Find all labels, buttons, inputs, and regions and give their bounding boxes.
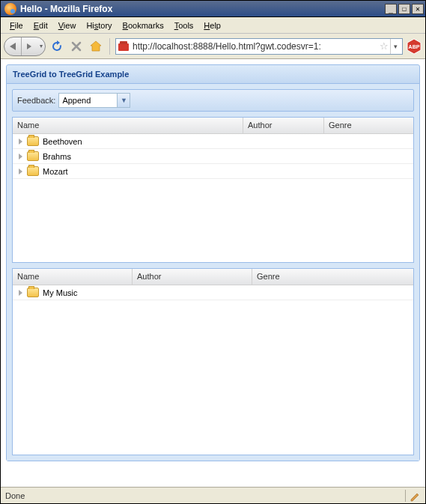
tree-row[interactable]: My Music bbox=[13, 285, 413, 300]
firefox-icon bbox=[4, 3, 16, 15]
feedback-combo[interactable]: Append ▼ bbox=[58, 93, 130, 108]
row-name: Brahms bbox=[43, 152, 71, 161]
stop-button[interactable] bbox=[68, 38, 85, 55]
minimize-button[interactable]: _ bbox=[385, 4, 397, 14]
grid-header: Name Author Genre bbox=[13, 118, 413, 134]
reload-icon bbox=[50, 40, 64, 53]
home-icon bbox=[89, 40, 103, 53]
site-favicon bbox=[118, 40, 130, 52]
grid-body: Beethoven Brahms Mozart bbox=[13, 134, 413, 262]
home-button[interactable] bbox=[88, 38, 104, 55]
maximize-button[interactable]: ☐ bbox=[398, 4, 410, 14]
row-name: Beethoven bbox=[43, 137, 82, 146]
nav-toolbar: ▾ http://localhost:8888/Hello.html?gwt.c… bbox=[1, 34, 425, 59]
window-title: Hello - Mozilla Firefox bbox=[19, 4, 385, 14]
expand-icon[interactable] bbox=[19, 139, 22, 145]
column-author[interactable]: Author bbox=[133, 269, 252, 285]
feedback-combo-trigger[interactable]: ▼ bbox=[117, 94, 130, 107]
folder-icon bbox=[27, 136, 39, 146]
forward-button[interactable] bbox=[22, 37, 38, 55]
expand-icon[interactable] bbox=[19, 168, 22, 174]
menu-view[interactable]: View bbox=[54, 19, 81, 31]
feedback-label: Feedback: bbox=[17, 96, 55, 105]
folder-icon bbox=[27, 166, 39, 176]
menubar: File Edit View History Bookmarks Tools H… bbox=[1, 17, 425, 34]
statusbar-divider bbox=[405, 490, 406, 502]
column-genre[interactable]: Genre bbox=[252, 269, 413, 285]
folder-icon bbox=[27, 151, 39, 161]
url-dropdown-button[interactable]: ▾ bbox=[390, 39, 401, 54]
titlebar: Hello - Mozilla Firefox _ ☐ ✕ bbox=[1, 1, 425, 17]
svg-text:ABP: ABP bbox=[409, 44, 420, 49]
status-extension-icon[interactable] bbox=[409, 490, 421, 502]
column-genre[interactable]: Genre bbox=[324, 118, 413, 133]
reload-button[interactable] bbox=[49, 38, 65, 55]
panel-body: Feedback: Append ▼ Name Author Genre bbox=[7, 84, 419, 461]
menu-edit[interactable]: Edit bbox=[29, 19, 52, 31]
column-author[interactable]: Author bbox=[243, 118, 324, 133]
tree-row[interactable]: Mozart bbox=[13, 164, 413, 179]
url-bar[interactable]: http://localhost:8888/Hello.html?gwt.cod… bbox=[115, 38, 403, 55]
expand-icon[interactable] bbox=[19, 154, 22, 160]
svg-rect-0 bbox=[118, 43, 129, 51]
tree-row[interactable]: Brahms bbox=[13, 149, 413, 164]
url-text[interactable]: http://localhost:8888/Hello.html?gwt.cod… bbox=[133, 41, 378, 52]
menu-file[interactable]: File bbox=[5, 19, 28, 31]
grid-header: Name Author Genre bbox=[13, 269, 413, 285]
back-arrow-icon bbox=[10, 43, 16, 50]
nav-back-forward: ▾ bbox=[4, 37, 46, 56]
menu-history[interactable]: History bbox=[82, 19, 116, 31]
grid-body: My Music bbox=[13, 285, 413, 455]
column-name[interactable]: Name bbox=[13, 269, 133, 285]
page-content: TreeGrid to TreeGrid Example Feedback: A… bbox=[1, 59, 425, 487]
example-panel: TreeGrid to TreeGrid Example Feedback: A… bbox=[6, 64, 420, 461]
toolbar-separator bbox=[109, 38, 110, 55]
nav-history-dropdown[interactable]: ▾ bbox=[37, 43, 45, 49]
row-name: My Music bbox=[43, 288, 77, 297]
folder-icon bbox=[27, 288, 39, 297]
target-treegrid[interactable]: Name Author Genre My Music bbox=[12, 268, 414, 455]
window-controls: _ ☐ ✕ bbox=[385, 4, 424, 14]
tree-row[interactable]: Beethoven bbox=[13, 134, 413, 149]
bookmark-star-icon[interactable]: ☆ bbox=[378, 40, 390, 52]
close-button[interactable]: ✕ bbox=[412, 4, 424, 14]
menu-bookmarks[interactable]: Bookmarks bbox=[118, 19, 168, 31]
adblock-button[interactable]: ABP bbox=[406, 38, 422, 55]
stop-icon bbox=[70, 40, 83, 53]
feedback-toolbar: Feedback: Append ▼ bbox=[12, 89, 414, 112]
expand-icon[interactable] bbox=[19, 290, 22, 296]
feedback-combo-value: Append bbox=[59, 96, 117, 105]
status-text: Done bbox=[5, 491, 402, 500]
menu-tools[interactable]: Tools bbox=[170, 19, 198, 31]
column-name[interactable]: Name bbox=[13, 118, 243, 133]
source-treegrid[interactable]: Name Author Genre Beethoven bbox=[12, 117, 414, 263]
forward-arrow-icon bbox=[27, 43, 31, 49]
panel-title: TreeGrid to TreeGrid Example bbox=[7, 65, 419, 84]
menu-help[interactable]: Help bbox=[199, 19, 225, 31]
browser-window: Hello - Mozilla Firefox _ ☐ ✕ File Edit … bbox=[0, 0, 426, 504]
svg-rect-1 bbox=[120, 41, 127, 44]
back-button[interactable] bbox=[4, 37, 22, 55]
statusbar: Done bbox=[1, 487, 425, 503]
row-name: Mozart bbox=[43, 167, 68, 176]
